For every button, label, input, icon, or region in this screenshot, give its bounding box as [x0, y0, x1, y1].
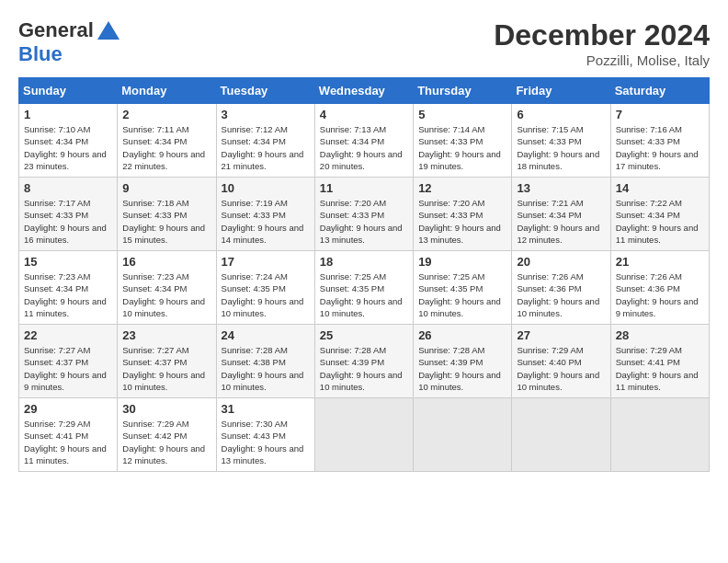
day-number: 25 — [320, 328, 408, 342]
day-number: 30 — [122, 402, 210, 416]
calendar-cell: 5Sunrise: 7:14 AMSunset: 4:33 PMDaylight… — [414, 104, 512, 178]
calendar-cell: 31Sunrise: 7:30 AMSunset: 4:43 PMDayligh… — [216, 398, 314, 472]
day-info: Sunrise: 7:27 AMSunset: 4:37 PMDaylight:… — [24, 344, 112, 393]
calendar-cell — [610, 398, 709, 472]
day-info: Sunrise: 7:29 AMSunset: 4:42 PMDaylight:… — [122, 418, 210, 466]
day-number: 18 — [320, 255, 408, 269]
weekday-header-row: SundayMondayTuesdayWednesdayThursdayFrid… — [19, 78, 710, 104]
day-info: Sunrise: 7:29 AMSunset: 4:41 PMDaylight:… — [616, 344, 704, 393]
day-info: Sunrise: 7:19 AMSunset: 4:33 PMDaylight:… — [222, 197, 310, 246]
day-number: 14 — [616, 181, 704, 195]
calendar-cell: 15Sunrise: 7:23 AMSunset: 4:34 PMDayligh… — [19, 251, 118, 325]
weekday-header-cell: Tuesday — [216, 78, 314, 104]
calendar-cell: 13Sunrise: 7:21 AMSunset: 4:34 PMDayligh… — [512, 178, 610, 251]
day-number: 23 — [122, 328, 210, 342]
calendar-cell: 14Sunrise: 7:22 AMSunset: 4:34 PMDayligh… — [610, 178, 709, 251]
weekday-header-cell: Wednesday — [314, 78, 413, 104]
day-info: Sunrise: 7:13 AMSunset: 4:34 PMDaylight:… — [320, 123, 408, 172]
calendar-cell: 27Sunrise: 7:29 AMSunset: 4:40 PMDayligh… — [512, 325, 610, 398]
day-info: Sunrise: 7:15 AMSunset: 4:33 PMDaylight:… — [517, 123, 605, 172]
calendar-cell: 26Sunrise: 7:28 AMSunset: 4:39 PMDayligh… — [414, 325, 512, 398]
weekday-header-cell: Saturday — [610, 78, 709, 104]
calendar-cell — [414, 398, 512, 472]
calendar-cell: 12Sunrise: 7:20 AMSunset: 4:33 PMDayligh… — [414, 178, 512, 251]
day-info: Sunrise: 7:27 AMSunset: 4:37 PMDaylight:… — [122, 344, 210, 393]
day-info: Sunrise: 7:26 AMSunset: 4:36 PMDaylight:… — [616, 270, 704, 319]
day-number: 11 — [320, 181, 408, 195]
location: Pozzilli, Molise, Italy — [494, 52, 710, 68]
calendar-cell: 4Sunrise: 7:13 AMSunset: 4:34 PMDaylight… — [314, 104, 413, 178]
calendar-cell: 21Sunrise: 7:26 AMSunset: 4:36 PMDayligh… — [610, 251, 709, 325]
calendar-week-row: 29Sunrise: 7:29 AMSunset: 4:41 PMDayligh… — [19, 398, 710, 472]
day-number: 4 — [320, 108, 408, 121]
day-info: Sunrise: 7:23 AMSunset: 4:34 PMDaylight:… — [24, 270, 112, 319]
day-number: 17 — [222, 255, 310, 269]
calendar-cell: 9Sunrise: 7:18 AMSunset: 4:33 PMDaylight… — [118, 178, 216, 251]
day-number: 24 — [222, 328, 310, 342]
weekday-header-cell: Sunday — [19, 78, 118, 104]
calendar-cell — [314, 398, 413, 472]
calendar-cell: 20Sunrise: 7:26 AMSunset: 4:36 PMDayligh… — [512, 251, 610, 325]
logo: General Blue — [18, 18, 119, 66]
day-number: 2 — [122, 108, 210, 121]
calendar-cell: 30Sunrise: 7:29 AMSunset: 4:42 PMDayligh… — [118, 398, 216, 472]
day-number: 15 — [24, 255, 112, 269]
calendar-cell: 24Sunrise: 7:28 AMSunset: 4:38 PMDayligh… — [216, 325, 314, 398]
day-info: Sunrise: 7:12 AMSunset: 4:34 PMDaylight:… — [222, 123, 310, 172]
page-header: General Blue December 2024 Pozzilli, Mol… — [18, 18, 710, 68]
calendar-cell: 2Sunrise: 7:11 AMSunset: 4:34 PMDaylight… — [118, 104, 216, 178]
day-info: Sunrise: 7:28 AMSunset: 4:38 PMDaylight:… — [222, 344, 310, 393]
calendar-cell: 23Sunrise: 7:27 AMSunset: 4:37 PMDayligh… — [118, 325, 216, 398]
day-info: Sunrise: 7:28 AMSunset: 4:39 PMDaylight:… — [418, 344, 506, 393]
day-number: 16 — [122, 255, 210, 269]
calendar-cell: 16Sunrise: 7:23 AMSunset: 4:34 PMDayligh… — [118, 251, 216, 325]
title-block: December 2024 Pozzilli, Molise, Italy — [494, 18, 710, 68]
calendar-cell — [512, 398, 610, 472]
weekday-header-cell: Monday — [118, 78, 216, 104]
calendar-cell: 7Sunrise: 7:16 AMSunset: 4:33 PMDaylight… — [610, 104, 709, 178]
calendar-week-row: 1Sunrise: 7:10 AMSunset: 4:34 PMDaylight… — [19, 104, 710, 178]
day-number: 3 — [222, 108, 310, 121]
day-number: 12 — [418, 181, 506, 195]
day-info: Sunrise: 7:11 AMSunset: 4:34 PMDaylight:… — [122, 123, 210, 172]
day-number: 21 — [616, 255, 704, 269]
day-number: 8 — [24, 181, 112, 195]
day-number: 10 — [222, 181, 310, 195]
day-info: Sunrise: 7:25 AMSunset: 4:35 PMDaylight:… — [418, 270, 506, 319]
calendar-cell: 3Sunrise: 7:12 AMSunset: 4:34 PMDaylight… — [216, 104, 314, 178]
day-info: Sunrise: 7:20 AMSunset: 4:33 PMDaylight:… — [418, 197, 506, 246]
calendar-cell: 1Sunrise: 7:10 AMSunset: 4:34 PMDaylight… — [19, 104, 118, 178]
month-title: December 2024 — [494, 18, 710, 52]
calendar-cell: 10Sunrise: 7:19 AMSunset: 4:33 PMDayligh… — [216, 178, 314, 251]
calendar-cell: 8Sunrise: 7:17 AMSunset: 4:33 PMDaylight… — [19, 178, 118, 251]
calendar-week-row: 8Sunrise: 7:17 AMSunset: 4:33 PMDaylight… — [19, 178, 710, 251]
day-number: 29 — [24, 402, 112, 416]
calendar-cell: 25Sunrise: 7:28 AMSunset: 4:39 PMDayligh… — [314, 325, 413, 398]
day-number: 19 — [418, 255, 506, 269]
weekday-header-cell: Thursday — [414, 78, 512, 104]
day-number: 31 — [222, 402, 310, 416]
day-number: 28 — [616, 328, 704, 342]
day-info: Sunrise: 7:18 AMSunset: 4:33 PMDaylight:… — [122, 197, 210, 246]
day-number: 1 — [24, 108, 112, 121]
day-info: Sunrise: 7:29 AMSunset: 4:41 PMDaylight:… — [24, 418, 112, 466]
calendar-table: SundayMondayTuesdayWednesdayThursdayFrid… — [18, 77, 710, 472]
day-number: 6 — [517, 108, 605, 121]
day-info: Sunrise: 7:21 AMSunset: 4:34 PMDaylight:… — [517, 197, 605, 246]
calendar-cell: 29Sunrise: 7:29 AMSunset: 4:41 PMDayligh… — [19, 398, 118, 472]
day-number: 7 — [616, 108, 704, 121]
calendar-cell: 11Sunrise: 7:20 AMSunset: 4:33 PMDayligh… — [314, 178, 413, 251]
logo-icon — [97, 21, 119, 40]
calendar-cell: 6Sunrise: 7:15 AMSunset: 4:33 PMDaylight… — [512, 104, 610, 178]
day-info: Sunrise: 7:28 AMSunset: 4:39 PMDaylight:… — [320, 344, 408, 393]
day-info: Sunrise: 7:16 AMSunset: 4:33 PMDaylight:… — [616, 123, 704, 172]
logo-blue-text: Blue — [18, 42, 63, 66]
calendar-week-row: 22Sunrise: 7:27 AMSunset: 4:37 PMDayligh… — [19, 325, 710, 398]
day-number: 5 — [418, 108, 506, 121]
weekday-header-cell: Friday — [512, 78, 610, 104]
calendar-body: 1Sunrise: 7:10 AMSunset: 4:34 PMDaylight… — [19, 104, 710, 472]
day-info: Sunrise: 7:23 AMSunset: 4:34 PMDaylight:… — [122, 270, 210, 319]
day-info: Sunrise: 7:25 AMSunset: 4:35 PMDaylight:… — [320, 270, 408, 319]
day-info: Sunrise: 7:20 AMSunset: 4:33 PMDaylight:… — [320, 197, 408, 246]
day-info: Sunrise: 7:14 AMSunset: 4:33 PMDaylight:… — [418, 123, 506, 172]
